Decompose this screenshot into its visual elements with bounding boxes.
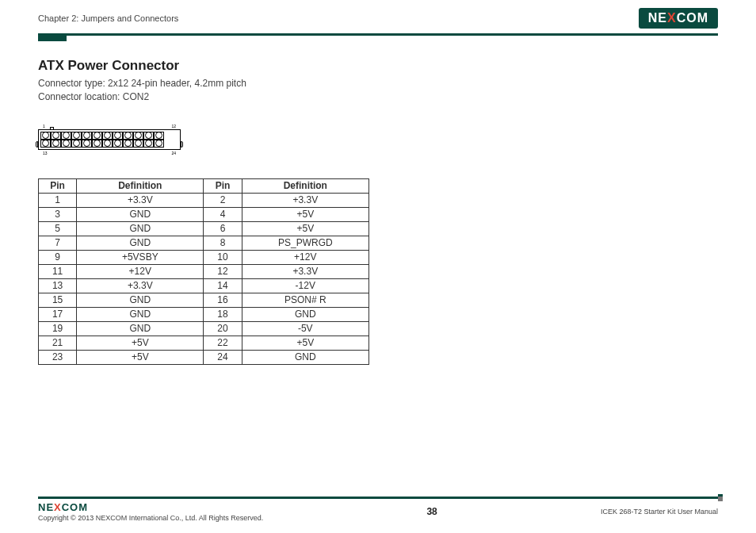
pinhole-icon: [82, 140, 92, 148]
pinhole-icon: [102, 132, 113, 140]
table-row: 13+3.3V14-12V: [39, 278, 369, 293]
pin-cell: 2: [204, 193, 242, 207]
page-number: 38: [426, 506, 437, 517]
pin-label-13: 13: [43, 151, 48, 155]
definition-cell: +5V: [242, 207, 368, 221]
table-row: 19GND20-5V: [39, 321, 369, 336]
definition-cell: +3.3V: [77, 278, 204, 293]
pin-cell: 16: [204, 293, 242, 307]
pinhole-icon: [51, 140, 61, 148]
table-row: 21+5V22+5V: [39, 336, 369, 350]
pin-cell: 11: [39, 264, 77, 278]
pin-cell: 9: [39, 250, 77, 264]
pinhole-icon: [51, 132, 61, 140]
th-def-1: Definition: [77, 178, 204, 193]
footer-rule: [38, 497, 718, 499]
logo-post: COM: [677, 11, 708, 25]
pin-cell: 23: [39, 350, 77, 364]
logo-x: X: [667, 11, 677, 25]
definition-cell: +5V: [77, 336, 204, 350]
logo-bottom: NEXCOM: [38, 501, 263, 513]
pinhole-icon: [82, 132, 92, 140]
pin-label-24: 24: [171, 151, 176, 155]
pinhole-icon: [143, 140, 154, 148]
definition-cell: PSON# R: [242, 293, 368, 307]
definition-cell: GND: [77, 321, 204, 336]
connector-location: Connector location: CON2: [38, 90, 718, 104]
pinhole-icon: [40, 140, 51, 148]
pin-cell: 7: [39, 236, 77, 250]
th-def-2: Definition: [242, 178, 368, 193]
connector-key-notch: [50, 127, 54, 129]
definition-cell: +5VSBY: [77, 250, 204, 264]
pinhole-icon: [71, 132, 82, 140]
pin-cell: 15: [39, 293, 77, 307]
logo-pre: NE: [648, 11, 667, 25]
copyright-text: Copyright © 2013 NEXCOM International Co…: [38, 514, 263, 522]
pin-cell: 8: [204, 236, 242, 250]
table-row: 7GND8PS_PWRGD: [39, 236, 369, 250]
table-row: 1+3.3V2+3.3V: [39, 193, 369, 207]
pinhole-icon: [123, 140, 133, 148]
pin-cell: 10: [204, 250, 242, 264]
pin-cell: 17: [39, 307, 77, 321]
definition-cell: +3.3V: [77, 193, 204, 207]
pin-cell: 24: [204, 350, 242, 364]
pinhole-icon: [102, 140, 113, 148]
table-row: 23+5V24GND: [39, 350, 369, 364]
definition-cell: GND: [77, 236, 204, 250]
table-row: 15GND16PSON# R: [39, 293, 369, 307]
pinhole-icon: [61, 140, 71, 148]
definition-cell: GND: [77, 307, 204, 321]
logo-top: NEXCOM: [639, 8, 718, 29]
definition-cell: GND: [77, 221, 204, 236]
definition-cell: +5V: [242, 336, 368, 350]
pin-cell: 1: [39, 193, 77, 207]
pin-cell: 22: [204, 336, 242, 350]
connector-diagram: 1 12 13 24: [38, 124, 181, 156]
manual-name: ICEK 268-T2 Starter Kit User Manual: [601, 508, 718, 516]
pinhole-icon: [113, 132, 123, 140]
pinhole-icon: [154, 132, 164, 140]
pin-row-top: [40, 132, 178, 140]
table-row: 17GND18GND: [39, 307, 369, 321]
definition-cell: +3.3V: [242, 264, 368, 278]
definition-cell: -12V: [242, 278, 368, 293]
footer-left: NEXCOM Copyright © 2013 NEXCOM Internati…: [38, 501, 263, 522]
definition-cell: +3.3V: [242, 193, 368, 207]
connector-type: Connector type: 2x12 24-pin header, 4.2m…: [38, 77, 718, 90]
logo-bot-pre: NE: [38, 501, 54, 513]
pinhole-icon: [40, 132, 51, 140]
pin-cell: 19: [39, 321, 77, 336]
pinhole-icon: [71, 140, 82, 148]
th-pin-2: Pin: [204, 178, 242, 193]
definition-cell: +12V: [242, 250, 368, 264]
pin-cell: 18: [204, 307, 242, 321]
pinhole-icon: [61, 132, 71, 140]
header-rule: [38, 33, 718, 36]
pin-label-12: 12: [171, 124, 176, 128]
table-row: 3GND4+5V: [39, 207, 369, 221]
definition-cell: GND: [77, 293, 204, 307]
pinhole-icon: [113, 140, 123, 148]
pinhole-icon: [154, 140, 164, 148]
logo-bot-x: X: [54, 501, 62, 513]
pin-cell: 4: [204, 207, 242, 221]
connector-tab-left: [36, 141, 38, 148]
definition-cell: GND: [242, 350, 368, 364]
pin-label-1: 1: [43, 124, 45, 128]
pin-cell: 3: [39, 207, 77, 221]
pin-cell: 6: [204, 221, 242, 236]
connector-tab-right: [181, 141, 183, 148]
th-pin-1: Pin: [39, 178, 77, 193]
pinhole-icon: [92, 132, 102, 140]
header-accent: [38, 36, 67, 41]
definition-cell: +5V: [242, 221, 368, 236]
definition-cell: PS_PWRGD: [242, 236, 368, 250]
definition-cell: -5V: [242, 321, 368, 336]
pinhole-icon: [143, 132, 154, 140]
logo-bot-post: COM: [62, 501, 88, 513]
section-title: ATX Power Connector: [38, 58, 718, 74]
pinhole-icon: [133, 140, 143, 148]
pin-definition-table: Pin Definition Pin Definition 1+3.3V2+3.…: [38, 178, 369, 365]
